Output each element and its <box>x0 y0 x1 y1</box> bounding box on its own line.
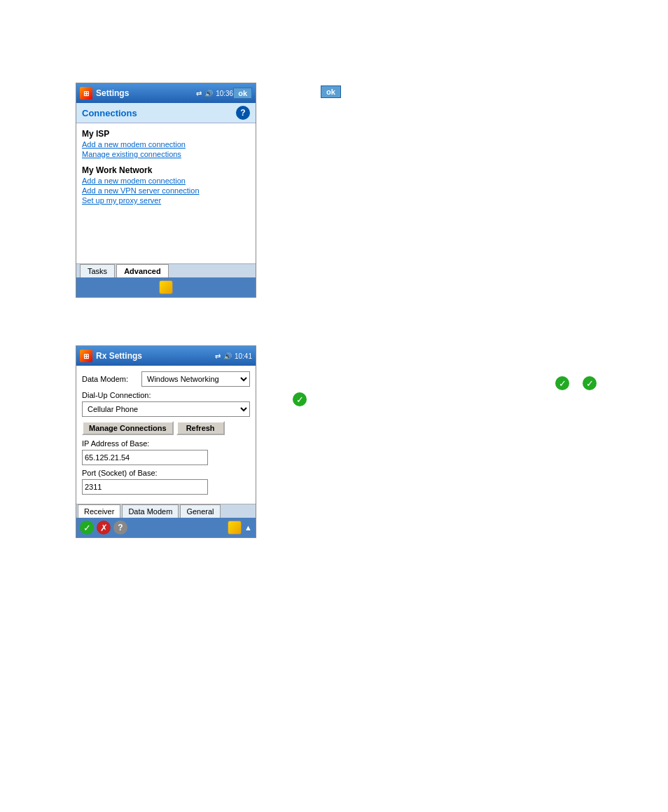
ip-input[interactable] <box>82 450 208 465</box>
rx-clock: 10:41 <box>235 352 252 360</box>
floating-check-2: ✓ <box>555 376 569 390</box>
rx-titlebar-status: ⇄ 🔊 10:41 <box>215 352 252 360</box>
isp-manage-link[interactable]: Manage existing connections <box>82 150 250 158</box>
float-check-icon-2: ✓ <box>555 376 569 390</box>
work-proxy-link[interactable]: Set up my proxy server <box>82 196 250 205</box>
rx-windows-logo: ⊞ <box>80 350 92 362</box>
tab-general[interactable]: General <box>180 504 220 518</box>
tab-tasks[interactable]: Tasks <box>80 264 115 277</box>
floating-check-1: ✓ <box>293 392 307 406</box>
my-isp-title: My ISP <box>82 129 250 139</box>
settings-title: Settings <box>96 88 196 98</box>
rx-bottom-icon <box>228 521 242 535</box>
rx-network-icon: ⇄ <box>215 352 221 360</box>
volume-icon: 🔊 <box>204 90 213 97</box>
settings-titlebar: ⊞ Settings ⇄ 🔊 10:36 ok <box>76 83 256 103</box>
isp-add-modem-link[interactable]: Add a new modem connection <box>82 140 250 149</box>
connections-tabs: Tasks Advanced <box>76 263 256 277</box>
dialup-select[interactable]: Cellular Phone <box>82 401 250 417</box>
connections-body: My ISP Add a new modem connection Manage… <box>76 123 256 263</box>
my-work-title: My Work Network <box>82 165 250 175</box>
dialup-section: Dial-Up Connection: Cellular Phone <box>82 391 250 417</box>
clock: 10:36 <box>216 90 233 97</box>
float-check-icon-1: ✓ <box>293 392 307 406</box>
data-modem-row: Data Modem: Windows Networking <box>82 371 250 387</box>
windows-logo: ⊞ <box>80 87 92 99</box>
port-label: Port (Socket) of Base: <box>82 469 250 477</box>
rx-title: Rx Settings <box>96 351 215 361</box>
connections-title: Connections <box>82 108 137 118</box>
float-check-icon-3: ✓ <box>583 376 597 390</box>
refresh-button[interactable]: Refresh <box>176 421 225 435</box>
help-button[interactable]: ? <box>113 521 127 535</box>
dialup-label: Dial-Up Connection: <box>82 391 250 399</box>
titlebar-status: ⇄ 🔊 10:36 <box>196 90 233 97</box>
titlebar-ok-button[interactable]: ok <box>233 88 252 99</box>
rx-settings-window: ⊞ Rx Settings ⇄ 🔊 10:41 Data Modem: Wind… <box>76 345 256 538</box>
data-modem-select[interactable]: Windows Networking <box>141 371 250 387</box>
ok-float-button[interactable]: ok <box>321 85 341 98</box>
help-icon[interactable]: ? <box>236 106 250 120</box>
tab-receiver[interactable]: Receiver <box>78 504 120 518</box>
floating-check-3: ✓ <box>583 376 597 390</box>
rx-body: Data Modem: Windows Networking Dial-Up C… <box>76 366 256 504</box>
my-isp-section: My ISP Add a new modem connection Manage… <box>82 129 250 158</box>
network-icon: ⇄ <box>196 90 202 97</box>
ip-label: IP Address of Base: <box>82 439 250 448</box>
manage-connections-button[interactable]: Manage Connections <box>82 421 174 435</box>
my-work-section: My Work Network Add a new modem connecti… <box>82 165 250 205</box>
data-modem-label: Data Modem: <box>82 375 141 383</box>
work-add-vpn-link[interactable]: Add a new VPN server connection <box>82 186 250 195</box>
tab-advanced[interactable]: Advanced <box>116 264 169 277</box>
rx-bottom-bar: ✓ ✗ ? ▲ <box>76 518 256 537</box>
rx-scroll-arrow[interactable]: ▲ <box>244 523 252 532</box>
confirm-button[interactable]: ✓ <box>80 521 94 535</box>
bottom-app-icon <box>159 280 173 294</box>
cancel-button[interactable]: ✗ <box>97 521 111 535</box>
port-input[interactable] <box>82 479 208 495</box>
work-add-modem-link[interactable]: Add a new modem connection <box>82 177 250 185</box>
connections-header: Connections ? <box>76 103 256 123</box>
tab-data-modem[interactable]: Data Modem <box>122 504 179 518</box>
action-buttons: Manage Connections Refresh <box>82 421 250 435</box>
rx-titlebar: ⊞ Rx Settings ⇄ 🔊 10:41 <box>76 346 256 366</box>
rx-volume-icon: 🔊 <box>223 352 232 360</box>
bottom-bar <box>76 277 256 297</box>
rx-tabs: Receiver Data Modem General <box>76 504 256 518</box>
settings-window: ⊞ Settings ⇄ 🔊 10:36 ok Connections ? My… <box>76 83 256 298</box>
